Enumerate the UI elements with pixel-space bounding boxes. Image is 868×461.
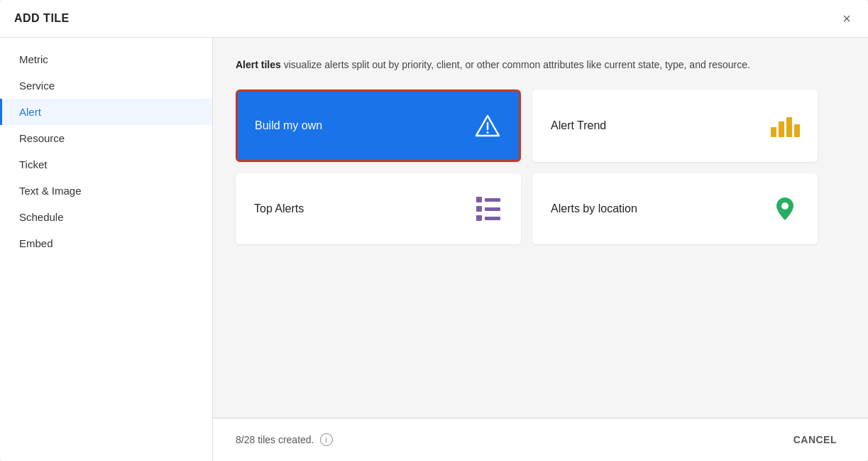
add-tile-dialog: ADD TILE × Metric Service Alert Resource… (0, 0, 868, 461)
tile-top-alerts[interactable]: Top Alerts (236, 173, 521, 244)
sidebar-item-embed[interactable]: Embed (0, 230, 212, 256)
svg-point-2 (487, 131, 489, 134)
tile-alerts-by-location[interactable]: Alerts by location (532, 173, 818, 244)
list-icon (474, 195, 502, 223)
cancel-button[interactable]: CANCEL (785, 428, 845, 451)
warning-triangle-icon (473, 112, 502, 140)
sidebar-item-alert[interactable]: Alert (0, 99, 212, 125)
sidebar-item-metric[interactable]: Metric (0, 46, 212, 72)
dialog-footer: 8/28 tiles created. i CANCEL (213, 418, 868, 461)
sidebar-item-text-image[interactable]: Text & Image (0, 178, 212, 204)
svg-point-3 (781, 202, 789, 210)
tile-alert-trend[interactable]: Alert Trend (532, 90, 818, 162)
main-content: Alert tiles visualize alerts split out b… (213, 38, 868, 461)
sidebar-item-service[interactable]: Service (0, 72, 212, 99)
tile-build-my-own[interactable]: Build my own (236, 90, 521, 162)
close-button[interactable]: × (840, 9, 854, 28)
dialog-body: Metric Service Alert Resource Ticket Tex… (0, 38, 868, 461)
sidebar: Metric Service Alert Resource Ticket Tex… (0, 38, 213, 461)
sidebar-item-schedule[interactable]: Schedule (0, 204, 212, 230)
tiles-grid: Build my own Alert Trend (236, 90, 818, 244)
tile-label-alert-trend: Alert Trend (551, 119, 606, 132)
dialog-title: ADD TILE (14, 12, 70, 25)
dialog-header: ADD TILE × (0, 0, 868, 38)
bar-chart-icon (771, 112, 799, 140)
content-area: Alert tiles visualize alerts split out b… (213, 38, 868, 418)
location-pin-icon (771, 195, 799, 223)
description-rest: visualize alerts split out by priority, … (281, 59, 750, 70)
tiles-count: 8/28 tiles created. (236, 434, 314, 445)
tile-label-build-my-own: Build my own (255, 119, 322, 132)
sidebar-item-ticket[interactable]: Ticket (0, 151, 212, 178)
description-bold: Alert tiles (236, 59, 281, 70)
footer-info: 8/28 tiles created. i (236, 433, 333, 446)
sidebar-item-resource[interactable]: Resource (0, 125, 212, 151)
tile-label-top-alerts: Top Alerts (254, 202, 304, 215)
description-text: Alert tiles visualize alerts split out b… (236, 58, 818, 72)
tile-label-alerts-by-location: Alerts by location (551, 202, 637, 215)
info-icon[interactable]: i (320, 433, 333, 446)
